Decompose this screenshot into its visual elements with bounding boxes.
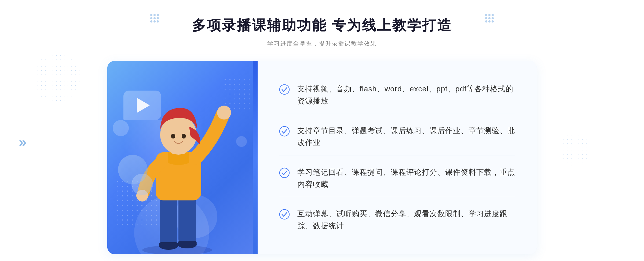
feature-item-3: 学习笔记回看、课程提问、课程评论打分、课件资料下载，重点内容收藏 [279, 160, 515, 197]
feature-item-2: 支持章节目录、弹题考试、课后练习、课后作业、章节测验、批改作业 [279, 118, 515, 156]
right-features-panel: 支持视频、音频、flash、word、excel、ppt、pdf等各种格式的资源… [258, 61, 537, 254]
svg-point-15 [280, 126, 289, 136]
feature-text-2: 支持章节目录、弹题考试、课后练习、课后作业、章节测验、批改作业 [297, 125, 515, 149]
feature-text-1: 支持视频、音频、flash、word、excel、ppt、pdf等各种格式的资源… [297, 83, 515, 107]
svg-rect-6 [178, 241, 197, 245]
header-dots-left [150, 14, 159, 23]
page-sub-title: 学习进度全掌握，提升录播课教学效果 [192, 40, 452, 48]
content-card: 支持视频、音频、flash、word、excel、ppt、pdf等各种格式的资源… [107, 61, 537, 254]
svg-rect-2 [178, 195, 196, 245]
svg-point-14 [280, 85, 289, 94]
bg-dots-left [32, 54, 80, 102]
bg-dots-right [558, 134, 590, 166]
page-container: » 多项录播课辅助功能 专为线上教学打造 学习进度全掌握，提升录播课教学效果 [0, 0, 644, 261]
feature-text-3: 学习笔记回看、课程提问、课程评论打分、课件资料下载，重点内容收藏 [297, 166, 515, 191]
check-icon-1 [279, 84, 290, 95]
svg-point-8 [217, 106, 231, 120]
chevron-left-decoration: » [19, 134, 27, 150]
small-circle-2 [236, 136, 247, 147]
page-main-title: 多项录播课辅助功能 专为线上教学打造 [192, 16, 452, 35]
header-dots-right [485, 14, 494, 23]
left-deco-circle-2 [131, 174, 153, 195]
svg-point-16 [280, 168, 289, 178]
svg-point-17 [280, 210, 289, 219]
svg-rect-4 [159, 242, 178, 247]
svg-point-13 [182, 134, 186, 139]
check-icon-3 [279, 167, 290, 178]
check-icon-4 [279, 209, 290, 220]
feature-item-4: 互动弹幕、试听购买、微信分享、观看次数限制、学习进度跟踪、数据统计 [279, 202, 515, 238]
panel-accent-bar [253, 61, 258, 254]
svg-rect-1 [160, 195, 177, 246]
feature-item-1: 支持视频、音频、flash、word、excel、ppt、pdf等各种格式的资源… [279, 77, 515, 114]
header-section: 多项录播课辅助功能 专为线上教学打造 学习进度全掌握，提升录播课教学效果 [192, 16, 452, 48]
svg-point-12 [171, 134, 175, 139]
feature-text-4: 互动弹幕、试听购买、微信分享、观看次数限制、学习进度跟踪、数据统计 [297, 208, 515, 232]
check-icon-2 [279, 126, 290, 137]
left-illustration-panel [107, 61, 258, 254]
